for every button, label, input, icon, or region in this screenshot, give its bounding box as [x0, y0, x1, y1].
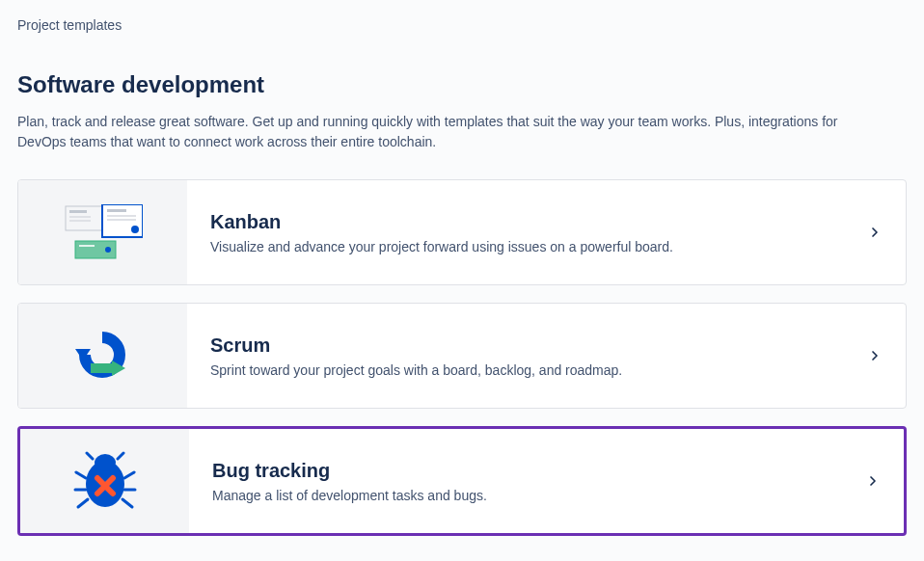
template-card-scrum[interactable]: Scrum Sprint toward your project goals w…: [17, 303, 907, 409]
template-card-bug-tracking[interactable]: Bug tracking Manage a list of developmen…: [17, 426, 907, 536]
template-body: Bug tracking Manage a list of developmen…: [189, 429, 904, 533]
page-title: Software development: [17, 71, 907, 98]
template-text: Kanban Visualize and advance your projec…: [210, 211, 852, 254]
svg-line-19: [76, 472, 86, 478]
template-text: Bug tracking Manage a list of developmen…: [212, 460, 850, 503]
bug-tracking-icon: [20, 429, 189, 533]
page-description: Plan, track and release great software. …: [17, 112, 885, 152]
svg-rect-3: [69, 220, 91, 222]
svg-line-18: [118, 453, 123, 459]
svg-rect-5: [107, 209, 126, 212]
svg-rect-2: [69, 216, 91, 218]
template-list: Kanban Visualize and advance your projec…: [17, 179, 907, 536]
svg-point-16: [95, 454, 116, 471]
template-description: Visualize and advance your project forwa…: [210, 239, 852, 254]
svg-line-20: [124, 472, 134, 478]
svg-point-12: [105, 247, 111, 253]
chevron-right-icon: [867, 225, 883, 240]
chevron-right-icon: [865, 473, 881, 489]
template-card-kanban[interactable]: Kanban Visualize and advance your projec…: [17, 179, 907, 285]
svg-rect-0: [66, 206, 104, 230]
template-body: Scrum Sprint toward your project goals w…: [187, 304, 906, 408]
template-text: Scrum Sprint toward your project goals w…: [210, 334, 852, 378]
chevron-right-icon: [867, 348, 883, 363]
scrum-icon: [18, 304, 187, 408]
svg-rect-11: [79, 245, 95, 247]
template-title: Bug tracking: [212, 460, 850, 482]
template-title: Kanban: [210, 211, 852, 233]
template-description: Manage a list of development tasks and b…: [212, 488, 850, 503]
breadcrumb[interactable]: Project templates: [17, 17, 907, 33]
kanban-icon: [18, 180, 187, 284]
svg-rect-6: [107, 215, 136, 217]
svg-line-24: [122, 499, 132, 507]
svg-line-23: [78, 499, 88, 507]
template-title: Scrum: [210, 334, 852, 357]
svg-point-8: [131, 226, 139, 233]
svg-rect-7: [107, 219, 136, 221]
template-description: Sprint toward your project goals with a …: [210, 362, 852, 378]
svg-rect-1: [69, 210, 87, 213]
svg-line-17: [87, 453, 93, 459]
template-body: Kanban Visualize and advance your projec…: [187, 180, 906, 284]
